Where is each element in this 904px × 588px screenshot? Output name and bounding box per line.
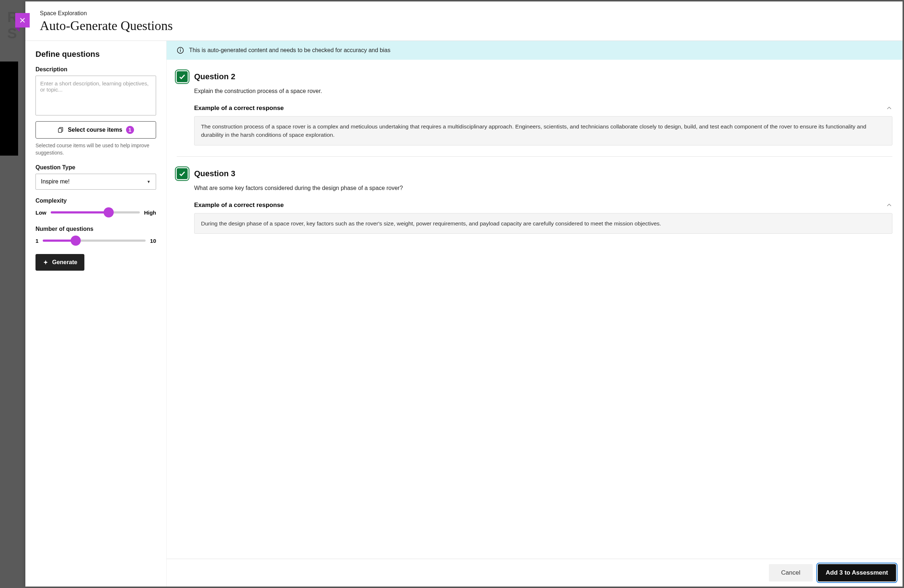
questions-scroll[interactable]: Question 2 Explain the construction proc… (167, 60, 902, 559)
question-type-label: Question Type (35, 164, 156, 171)
slider-thumb[interactable] (104, 207, 114, 218)
modal-panel: Space Exploration Auto-Generate Question… (25, 2, 902, 586)
complexity-high-label: High (144, 210, 156, 216)
example-label: Example of a correct response (194, 202, 284, 209)
complexity-label: Complexity (35, 197, 156, 204)
chevron-up-icon (886, 202, 892, 208)
define-title: Define questions (35, 50, 156, 59)
sparkle-icon (43, 259, 49, 265)
page-title: Auto-Generate Questions (40, 18, 888, 33)
selected-count-badge: 1 (126, 126, 134, 134)
select-course-items-label: Select course items (68, 127, 122, 133)
question-card: Question 2 Explain the construction proc… (177, 60, 892, 156)
question-checkbox[interactable] (177, 168, 188, 179)
question-checkbox[interactable] (177, 71, 188, 82)
slider-thumb[interactable] (71, 236, 81, 246)
num-questions-label: Number of questions (35, 226, 156, 232)
modal-footer: Cancel Add 3 to Assessment (167, 559, 902, 586)
num-min-label: 1 (35, 238, 38, 244)
svg-rect-3 (180, 50, 181, 52)
cancel-button[interactable]: Cancel (769, 564, 813, 582)
chevron-down-icon: ▼ (147, 180, 151, 184)
check-icon (179, 73, 186, 80)
example-toggle[interactable]: Example of a correct response (194, 104, 892, 112)
question-type-select[interactable]: Inspire me! ▼ (35, 174, 156, 189)
add-to-assessment-button[interactable]: Add 3 to Assessment (818, 564, 896, 582)
svg-point-4 (180, 49, 181, 49)
question-prompt: What are some key factors considered dur… (194, 185, 892, 191)
close-icon (19, 17, 26, 24)
modal-header: Space Exploration Auto-Generate Question… (25, 2, 902, 41)
example-toggle[interactable]: Example of a correct response (194, 202, 892, 209)
slider-fill (51, 211, 109, 213)
chevron-up-icon (886, 105, 892, 112)
generate-label: Generate (52, 259, 77, 266)
description-label: Description (35, 66, 156, 73)
info-icon (177, 47, 184, 54)
background-accent (0, 61, 18, 156)
complexity-slider[interactable] (51, 207, 140, 218)
question-title: Question 2 (194, 72, 892, 81)
breadcrumb: Space Exploration (40, 10, 888, 17)
close-button[interactable] (15, 13, 30, 27)
example-response: During the design phase of a space rover… (194, 213, 892, 234)
select-course-items-button[interactable]: Select course items 1 (35, 121, 156, 139)
complexity-low-label: Low (35, 210, 46, 216)
check-icon (179, 170, 186, 177)
example-label: Example of a correct response (194, 104, 284, 112)
generate-button[interactable]: Generate (35, 254, 84, 271)
question-card: Question 3 What are some key factors con… (177, 156, 892, 244)
description-input[interactable] (35, 76, 156, 115)
select-items-help: Selected course items will be used to he… (35, 142, 156, 156)
svg-rect-1 (58, 128, 62, 132)
num-max-label: 10 (150, 238, 156, 244)
banner-text: This is auto-generated content and needs… (189, 47, 390, 54)
num-questions-slider[interactable] (43, 235, 145, 246)
define-panel: Define questions Description Select cour… (25, 41, 167, 586)
question-prompt: Explain the construction process of a sp… (194, 88, 892, 95)
auto-generated-banner: This is auto-generated content and needs… (167, 41, 902, 60)
question-title: Question 3 (194, 169, 892, 178)
results-panel: This is auto-generated content and needs… (167, 41, 902, 586)
example-response: The construction process of a space rove… (194, 116, 892, 145)
question-type-value: Inspire me! (41, 178, 70, 185)
copy-icon (58, 127, 64, 133)
